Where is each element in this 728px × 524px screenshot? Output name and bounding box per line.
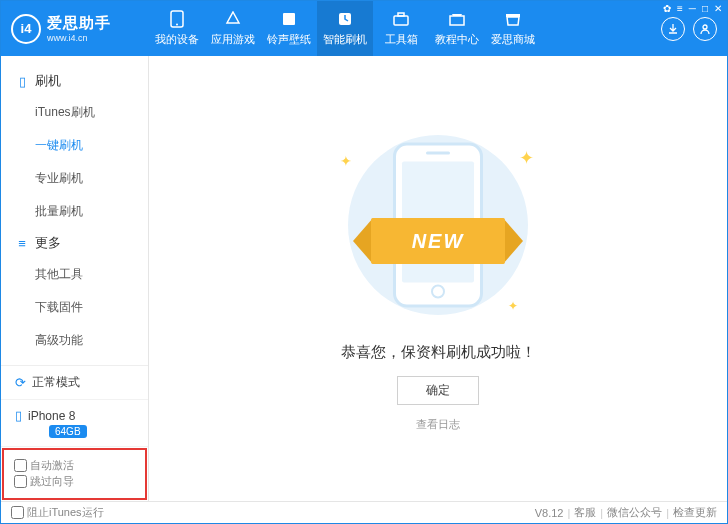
user-icon[interactable] [693,17,717,41]
star-icon: ✦ [508,299,518,313]
download-icon[interactable] [661,17,685,41]
star-icon: ✦ [340,153,352,169]
version-label: V8.12 [535,507,564,519]
main-content: ✦ ✦ ✦ NEW 恭喜您，保资料刷机成功啦！ 确定 查看日志 [149,56,727,501]
music-icon [280,10,298,28]
support-link[interactable]: 客服 [574,505,596,520]
ok-button[interactable]: 确定 [397,376,479,405]
top-nav: 我的设备 应用游戏 铃声壁纸 智能刷机 工具箱 教程中心 爱思商城 [149,1,541,56]
sidebar-item-advanced[interactable]: 高级功能 [1,324,148,357]
flash-icon [336,10,354,28]
phone-icon [168,10,186,28]
sidebar-section-more[interactable]: ≡ 更多 [1,228,148,258]
options-row: 自动激活 跳过向导 [2,448,147,500]
new-ribbon: NEW [353,218,523,264]
success-message: 恭喜您，保资料刷机成功啦！ [341,343,536,362]
sidebar-item-pro-flash[interactable]: 专业刷机 [1,162,148,195]
maximize-icon[interactable]: □ [702,3,708,14]
svg-point-1 [176,24,178,26]
menu-icon[interactable]: ≡ [677,3,683,14]
device-icon: ▯ [15,408,22,423]
sidebar-item-download-firmware[interactable]: 下载固件 [1,291,148,324]
view-log-link[interactable]: 查看日志 [416,417,460,432]
nav-store[interactable]: 爱思商城 [485,1,541,56]
sidebar: ▯ 刷机 iTunes刷机 一键刷机 专业刷机 批量刷机 ≡ 更多 其他工具 下… [1,56,149,501]
skip-guide-checkbox[interactable]: 跳过向导 [14,474,74,489]
storage-badge: 64GB [49,425,87,438]
logo-subtitle: www.i4.cn [47,33,111,43]
sidebar-item-other-tools[interactable]: 其他工具 [1,258,148,291]
block-itunes-checkbox[interactable]: 阻止iTunes运行 [11,505,104,520]
nav-apps[interactable]: 应用游戏 [205,1,261,56]
toolbox-icon [392,10,410,28]
svg-rect-5 [398,13,404,16]
title-bar: i4 爱思助手 www.i4.cn 我的设备 应用游戏 铃声壁纸 智能刷机 工具… [1,1,727,56]
check-update-link[interactable]: 检查更新 [673,505,717,520]
auto-activate-checkbox[interactable]: 自动激活 [14,458,74,473]
book-icon [448,10,466,28]
window-controls: ✿ ≡ ─ □ ✕ [663,3,722,14]
success-illustration: ✦ ✦ ✦ NEW [328,125,548,325]
sidebar-item-onekey-flash[interactable]: 一键刷机 [1,129,148,162]
star-icon: ✦ [519,147,534,169]
logo-area: i4 爱思助手 www.i4.cn [1,14,149,44]
nav-ringtones[interactable]: 铃声壁纸 [261,1,317,56]
shop-icon [504,10,522,28]
minimize-icon[interactable]: ─ [689,3,696,14]
skin-icon[interactable]: ✿ [663,3,671,14]
device-info-row[interactable]: ▯ iPhone 8 64GB [1,400,148,447]
phone-icon: ▯ [15,74,29,89]
sidebar-section-flash[interactable]: ▯ 刷机 [1,66,148,96]
more-icon: ≡ [15,236,29,251]
sidebar-item-batch-flash[interactable]: 批量刷机 [1,195,148,228]
svg-rect-6 [450,16,464,25]
svg-rect-4 [394,16,408,25]
nav-toolbox[interactable]: 工具箱 [373,1,429,56]
device-mode-row[interactable]: ⟳ 正常模式 [1,366,148,400]
logo-title: 爱思助手 [47,14,111,33]
logo-icon: i4 [11,14,41,44]
nav-my-device[interactable]: 我的设备 [149,1,205,56]
refresh-icon: ⟳ [15,375,26,390]
svg-point-7 [703,25,707,29]
nav-flash[interactable]: 智能刷机 [317,1,373,56]
svg-rect-2 [283,13,295,25]
app-icon [224,10,242,28]
nav-tutorials[interactable]: 教程中心 [429,1,485,56]
sidebar-item-itunes-flash[interactable]: iTunes刷机 [1,96,148,129]
status-bar: 阻止iTunes运行 V8.12 | 客服 | 微信公众号 | 检查更新 [1,501,727,523]
wechat-link[interactable]: 微信公众号 [607,505,662,520]
close-icon[interactable]: ✕ [714,3,722,14]
